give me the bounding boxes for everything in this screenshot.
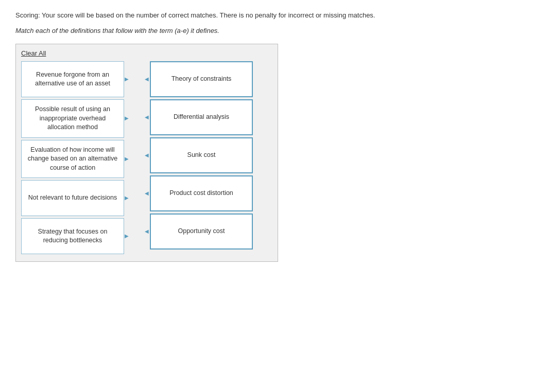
left-item-1[interactable]: Revenue forgone from an alternative use …	[21, 61, 124, 97]
right-item-4[interactable]: Product cost distortion	[150, 175, 253, 211]
instructions-text: Match each of the definitions that follo…	[15, 26, 535, 36]
matching-container: Clear All Revenue forgone from an altern…	[15, 44, 278, 262]
left-item-2[interactable]: Possible result of using an inappropriat…	[21, 99, 124, 138]
left-item-3[interactable]: Evaluation of how income will change bas…	[21, 140, 124, 179]
right-item-1[interactable]: Theory of constraints	[150, 61, 253, 97]
right-item-5[interactable]: Opportunity cost	[150, 213, 253, 250]
clear-all-button[interactable]: Clear All	[21, 49, 46, 57]
right-item-2[interactable]: Differential analysis	[150, 99, 253, 135]
scoring-text: Scoring: Your score will be based on the…	[15, 10, 535, 21]
right-column: Theory of constraintsDifferential analys…	[150, 61, 253, 252]
right-item-3[interactable]: Sunk cost	[150, 137, 253, 173]
left-item-4[interactable]: Not relevant to future decisions	[21, 180, 124, 216]
columns-wrapper: Revenue forgone from an alternative use …	[21, 61, 272, 256]
left-item-5[interactable]: Strategy that focuses on reducing bottle…	[21, 218, 124, 254]
left-column: Revenue forgone from an alternative use …	[21, 61, 124, 256]
